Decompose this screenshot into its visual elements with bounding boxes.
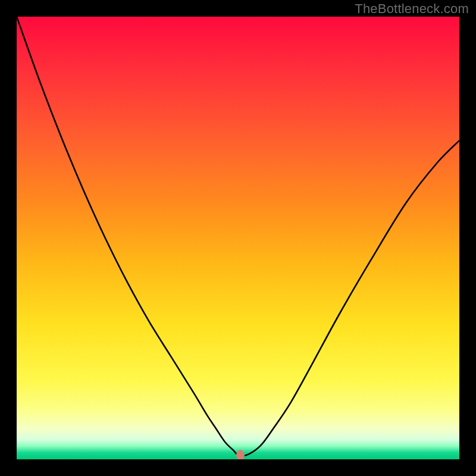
chart-frame: TheBottleneck.com <box>0 0 476 476</box>
watermark-text: TheBottleneck.com <box>355 1 469 17</box>
optimal-point-marker <box>236 450 245 459</box>
bottleneck-curve <box>17 17 459 459</box>
plot-area <box>17 17 459 459</box>
curve-path <box>17 17 459 456</box>
